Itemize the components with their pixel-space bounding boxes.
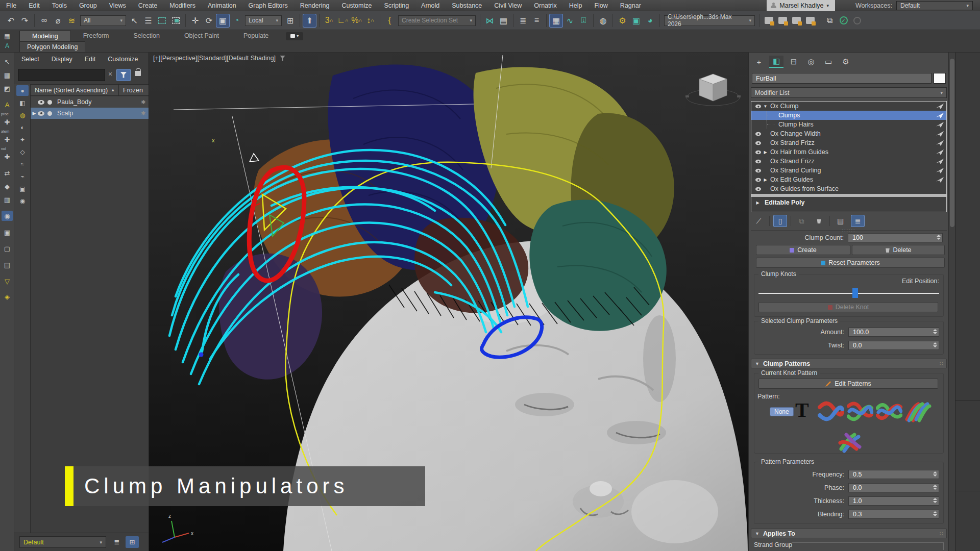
pattern-swatch-braid-5[interactable]	[837, 431, 866, 453]
spinner-snap-icon[interactable]: ↕∩	[363, 14, 377, 28]
left-strip-icon[interactable]: ✚	[2, 117, 13, 127]
render-toggle-icon[interactable]	[936, 168, 944, 173]
display-by-layer-icon[interactable]: ≣	[110, 536, 124, 548]
spinner-arrows-icon[interactable]	[933, 342, 937, 347]
modifier-stack-item[interactable]: Ox Strand Frizz	[751, 138, 946, 147]
visibility-eye-icon[interactable]	[755, 104, 761, 108]
phase-spinner[interactable]: 0.0	[848, 483, 939, 492]
render-toggle-icon[interactable]	[936, 177, 944, 183]
modifier-stack-item[interactable]: Ox Guides from Surface	[751, 184, 946, 193]
expander-icon[interactable]: ▶	[31, 111, 38, 116]
layer-explorer-toggle-icon[interactable]: ≡	[530, 14, 544, 28]
menu-customize[interactable]: Customize	[335, 0, 378, 11]
guide-root-point[interactable]	[199, 353, 204, 357]
modifier-stack-item[interactable]: Ox Strand Frizz	[751, 157, 946, 166]
spinner-arrows-icon[interactable]	[933, 498, 937, 503]
material-editor-icon[interactable]: ◍	[596, 14, 610, 28]
hierarchy-tab-icon[interactable]: ⊟	[787, 56, 801, 68]
redo-icon[interactable]: ↷	[18, 14, 32, 28]
display-shapes-icon[interactable]: ◇	[16, 146, 29, 157]
explorer-menu-display[interactable]: Display	[52, 56, 72, 63]
tab-selection[interactable]: Selection	[121, 31, 172, 41]
frozen-column-header[interactable]: Frozen	[119, 87, 143, 94]
snaps-toggle-3d-icon[interactable]: 3∩	[322, 14, 336, 28]
scene-container-icon[interactable]	[762, 14, 776, 28]
pin-stack-icon[interactable]: ⟋	[752, 215, 766, 227]
twist-spinner[interactable]: 0.0	[848, 341, 939, 350]
pattern-swatch-braid-2[interactable]	[847, 401, 873, 422]
visibility-eye-icon[interactable]	[755, 168, 761, 172]
percent-snap-icon[interactable]: %∩	[350, 14, 363, 28]
menu-file[interactable]: File	[0, 0, 22, 11]
create-button[interactable]: Create	[756, 245, 850, 255]
panel-scrollbar[interactable]	[948, 53, 955, 551]
left-strip-icon[interactable]: ✚	[2, 152, 13, 162]
left-strip-icon[interactable]: ▤	[2, 260, 13, 270]
object-name-field[interactable]: FurBall	[752, 73, 932, 84]
left-strip-icon[interactable]: A	[2, 99, 13, 110]
explorer-menu-select[interactable]: Select	[21, 56, 39, 63]
frequency-spinner[interactable]: 0.5	[848, 470, 939, 479]
left-strip-icon[interactable]: ◈	[2, 291, 13, 302]
menu-arnold[interactable]: Arnold	[415, 0, 446, 11]
left-strip-icon[interactable]: ▦	[2, 70, 13, 80]
left-strip-icon[interactable]: ◉	[2, 211, 13, 221]
menu-substance[interactable]: Substance	[446, 0, 488, 11]
render-toggle-icon[interactable]	[936, 140, 944, 146]
menu-rendering[interactable]: Rendering	[294, 0, 336, 11]
angle-snap-icon[interactable]: ∟∩	[336, 14, 350, 28]
visibility-eye-icon[interactable]	[755, 159, 761, 163]
scene-validation-icon[interactable]: ✓	[837, 14, 850, 28]
visibility-eye-icon[interactable]	[755, 132, 761, 136]
spinner-arrows-icon[interactable]	[933, 511, 937, 516]
unlink-selection-icon[interactable]: ⌀	[51, 14, 65, 28]
filter-icon[interactable]	[116, 69, 131, 81]
lock-icon[interactable]	[135, 71, 141, 76]
reference-coordinate-dropdown[interactable]: Local▾	[245, 15, 282, 26]
clump-patterns-rollout[interactable]: ▼ Clump Patterns ∷	[751, 359, 947, 368]
left-strip-icon[interactable]: ⇄	[2, 168, 13, 178]
modifier-stack-item[interactable]: ▶ Ox Hair from Guides	[751, 147, 946, 157]
mirror-icon[interactable]: ⋈	[483, 14, 497, 28]
explorer-preset-dropdown[interactable]: Default ▾	[19, 536, 106, 548]
visibility-eye-icon[interactable]	[755, 141, 761, 145]
left-strip-icon[interactable]: ▣	[2, 227, 13, 237]
name-column-header[interactable]: Name (Sorted Ascending)	[35, 87, 108, 94]
scene-container-open-icon[interactable]	[776, 14, 790, 28]
menu-group[interactable]: Group	[73, 0, 103, 11]
menu-ornatrix[interactable]: Ornatrix	[528, 0, 562, 11]
render-toggle-icon[interactable]	[936, 131, 944, 137]
spinner-arrows-icon[interactable]	[933, 485, 937, 490]
project-folder-dropdown[interactable]: C:\Users\eph...3ds Max 2026▾	[664, 15, 755, 26]
modifier-stack-item[interactable]: Ox Strand Curling	[751, 166, 946, 175]
pattern-swatch-braid-3[interactable]	[876, 401, 902, 422]
menu-edit[interactable]: Edit	[22, 0, 46, 11]
align-icon[interactable]: ▤	[497, 14, 510, 28]
display-helpers-icon[interactable]: ✦	[16, 134, 29, 145]
left-strip-icon[interactable]: ◩	[2, 83, 13, 93]
menu-views[interactable]: Views	[103, 0, 132, 11]
display-by-hierarchy-icon[interactable]: ⊞	[126, 536, 139, 548]
menu-ragnar[interactable]: Ragnar	[614, 0, 647, 11]
modifier-stack-item[interactable]: Ox Change Width	[751, 129, 946, 138]
clump-count-spinner[interactable]: 100	[848, 233, 943, 242]
select-object-icon[interactable]: ↖	[128, 14, 141, 28]
select-and-manipulate-icon[interactable]: ⬆	[303, 14, 316, 28]
left-strip-icon[interactable]: ✚	[2, 134, 13, 144]
clear-search-icon[interactable]: ×	[108, 70, 112, 78]
menu-tools[interactable]: Tools	[46, 0, 73, 11]
blending-spinner[interactable]: 0.3	[848, 510, 939, 519]
use-pivot-point-center-icon[interactable]: ⊞	[283, 14, 297, 28]
expander-icon[interactable]: ▶	[762, 178, 769, 182]
display-lights-icon[interactable]: ◍	[16, 110, 29, 120]
schematic-view-icon[interactable]: ⍗	[577, 14, 591, 28]
expander-icon[interactable]: ▶	[754, 201, 761, 205]
select-and-scale-icon[interactable]: ▣	[216, 14, 230, 28]
display-containers-icon[interactable]: ▣	[16, 183, 29, 194]
scene-explorer-toggle-icon[interactable]: ≣	[516, 14, 530, 28]
viewport-filter-icon[interactable]	[280, 56, 285, 61]
render-toggle-icon[interactable]	[936, 149, 944, 155]
viewport-label[interactable]: [+][Perspective][Standard][Default Shadi…	[153, 55, 276, 62]
applies-to-rollout[interactable]: ▼ Applies To ∷	[751, 529, 947, 538]
edit-patterns-button[interactable]: Edit Patterns	[758, 379, 938, 389]
